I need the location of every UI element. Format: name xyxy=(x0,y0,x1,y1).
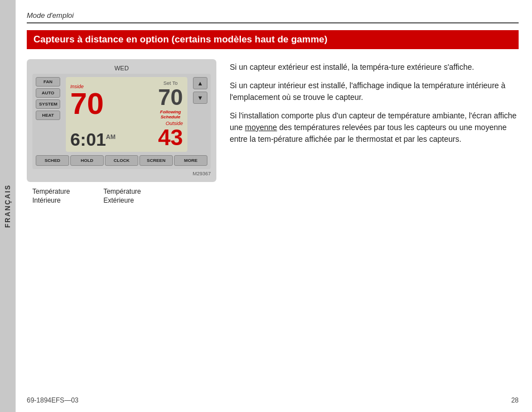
header: Mode d'emploi xyxy=(27,10,519,23)
section-banner: Capteurs à distance en option (certains … xyxy=(27,30,519,49)
thermostat-body: FAN AUTO SYSTEM HEAT ▲ ▼ Ins xyxy=(32,74,211,169)
footer: 69-1894EFS—03 28 xyxy=(16,396,532,404)
right-buttons: ▲ ▼ xyxy=(193,77,207,104)
thermostat-device: WED FAN AUTO SYSTEM HEAT ▲ ▼ xyxy=(27,59,216,182)
content-row: WED FAN AUTO SYSTEM HEAT ▲ ▼ xyxy=(27,59,519,205)
header-title: Mode d'emploi xyxy=(27,11,74,20)
temp-outside: 43 xyxy=(158,126,183,148)
paragraph-3: Si l'installation comporte plus d'un cap… xyxy=(230,110,519,145)
time-value: 6:01 xyxy=(70,130,106,150)
following-schedule: FollowingSchedule xyxy=(158,109,183,119)
sidebar: FRANÇAIS xyxy=(0,0,16,412)
set-to-area: Set To 70 FollowingSchedule xyxy=(158,80,183,119)
up-arrow-button[interactable]: ▲ xyxy=(193,77,207,89)
thermostat-area: WED FAN AUTO SYSTEM HEAT ▲ ▼ xyxy=(27,59,216,205)
temps-row: Inside 70 Set To 70 FollowingSchedule xyxy=(70,80,183,119)
thermostat-day: WED xyxy=(32,65,211,71)
left-buttons: FAN AUTO SYSTEM HEAT xyxy=(36,77,60,120)
paragraph-2: Si un capteur intérieur est installé, l'… xyxy=(230,80,519,103)
model-number: M29367 xyxy=(32,171,211,176)
screen-button[interactable]: SCREEN xyxy=(139,155,173,166)
clock-button[interactable]: CLOCK xyxy=(105,155,138,166)
more-button[interactable]: MORE xyxy=(174,155,207,166)
hold-button[interactable]: HOLD xyxy=(70,155,104,166)
system-button[interactable]: SYSTEM xyxy=(36,99,60,109)
auto-button[interactable]: AUTO xyxy=(36,88,60,98)
sched-button[interactable]: SCHED xyxy=(36,155,69,166)
fan-button[interactable]: FAN xyxy=(36,77,60,87)
sidebar-label: FRANÇAIS xyxy=(4,184,12,228)
heat-button[interactable]: HEAT xyxy=(36,111,60,120)
time-area: 6:01AM xyxy=(70,131,115,148)
temp-set: 70 xyxy=(158,86,183,108)
main-content: Mode d'emploi Capteurs à distance en opt… xyxy=(16,0,532,412)
am-indicator: AM xyxy=(106,133,115,140)
outside-area: Outside 43 xyxy=(158,121,183,148)
paragraph-1: Si un capteur extérieur est installé, la… xyxy=(230,61,519,73)
bottom-buttons: SCHED HOLD CLOCK SCREEN MORE xyxy=(36,155,207,166)
temp-inside: 70 xyxy=(70,88,104,118)
time-display: 6:01AM xyxy=(70,130,115,150)
exterior-label: TempératureExtérieure xyxy=(103,188,141,205)
interior-label: TempératureIntérieure xyxy=(32,188,70,205)
screen-bottom-row: 6:01AM Outside 43 xyxy=(70,121,183,148)
text-area: Si un capteur extérieur est installé, la… xyxy=(230,59,519,152)
footer-right: 28 xyxy=(511,396,519,404)
thermostat-screen: Inside 70 Set To 70 FollowingSchedule xyxy=(66,77,187,152)
thermostat-labels: TempératureIntérieure TempératureExtérie… xyxy=(27,188,216,205)
inside-area: Inside 70 xyxy=(70,80,104,118)
moyenne-underline: moyenne xyxy=(245,123,277,132)
down-arrow-button[interactable]: ▼ xyxy=(193,92,207,104)
footer-left: 69-1894EFS—03 xyxy=(27,396,79,404)
